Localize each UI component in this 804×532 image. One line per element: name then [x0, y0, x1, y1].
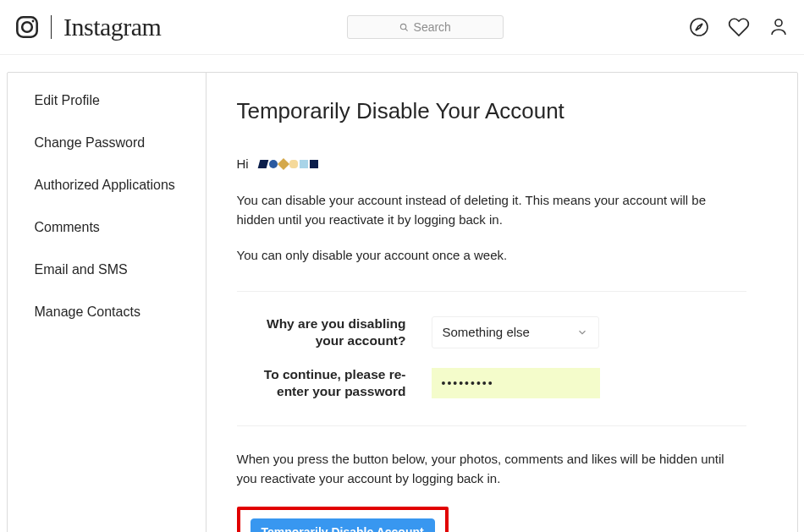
svg-line-4 — [405, 28, 407, 30]
logo-divider — [51, 15, 52, 39]
sidebar-item-label: Manage Contacts — [35, 304, 140, 319]
password-input[interactable] — [432, 368, 600, 398]
sidebar-item-label: Authorized Applications — [35, 178, 175, 192]
password-label: To continue, please re-enter your passwo… — [237, 366, 406, 400]
svg-point-7 — [775, 19, 782, 26]
svg-point-3 — [400, 24, 405, 29]
sidebar-item-authorized-apps[interactable]: Authorized Applications — [8, 164, 206, 206]
disable-description-1: You can disable your account instead of … — [237, 191, 746, 229]
reason-selected-value: Something else — [443, 325, 530, 339]
sidebar-item-change-password[interactable]: Change Password — [8, 122, 206, 164]
header-actions — [689, 16, 789, 38]
instagram-wordmark: Instagram — [63, 13, 161, 41]
search-input[interactable]: Search — [347, 15, 504, 39]
reason-select[interactable]: Something else — [432, 316, 599, 348]
header: Instagram Search — [0, 0, 804, 55]
svg-point-2 — [32, 20, 35, 23]
highlight-box: Temporarily Disable Account — [237, 507, 449, 532]
reason-label: Why are you disabling your account? — [237, 315, 406, 349]
temporarily-disable-button[interactable]: Temporarily Disable Account — [251, 518, 435, 532]
divider — [237, 291, 746, 292]
content-area: Temporarily Disable Your Account Hi You … — [207, 73, 797, 532]
divider — [237, 425, 746, 426]
sidebar-item-label: Edit Profile — [35, 93, 100, 107]
sidebar-item-email-sms[interactable]: Email and SMS — [8, 249, 206, 291]
sidebar-item-label: Change Password — [35, 135, 146, 150]
svg-point-5 — [691, 19, 708, 36]
compass-icon[interactable] — [689, 17, 709, 37]
reason-row: Why are you disabling your account? Some… — [237, 315, 746, 349]
sidebar-item-label: Email and SMS — [35, 262, 128, 277]
svg-rect-0 — [17, 17, 36, 36]
svg-point-1 — [22, 22, 32, 32]
username-avatar — [259, 160, 318, 168]
warning-text: When you press the button below, your ph… — [237, 450, 746, 488]
search-placeholder: Search — [414, 20, 451, 34]
sidebar-item-edit-profile[interactable]: Edit Profile — [8, 80, 206, 122]
disable-description-2: You can only disable your account once a… — [237, 246, 746, 266]
page-title: Temporarily Disable Your Account — [237, 98, 746, 124]
svg-marker-6 — [696, 24, 702, 30]
password-row: To continue, please re-enter your passwo… — [237, 366, 746, 400]
settings-container: Edit Profile Change Password Authorized … — [7, 72, 798, 532]
instagram-icon — [15, 15, 39, 39]
sidebar-item-manage-contacts[interactable]: Manage Contacts — [8, 291, 206, 333]
sidebar-item-label: Comments — [35, 220, 100, 234]
greeting-line: Hi — [237, 156, 746, 171]
sidebar-item-comments[interactable]: Comments — [8, 206, 206, 249]
settings-sidebar: Edit Profile Change Password Authorized … — [8, 73, 207, 532]
search-wrap: Search — [161, 15, 689, 39]
greeting-text: Hi — [237, 156, 249, 171]
chevron-down-icon — [576, 326, 588, 338]
search-icon — [399, 23, 409, 32]
profile-icon[interactable] — [768, 17, 789, 37]
heart-icon[interactable] — [728, 16, 750, 38]
logo-group[interactable]: Instagram — [15, 13, 161, 41]
